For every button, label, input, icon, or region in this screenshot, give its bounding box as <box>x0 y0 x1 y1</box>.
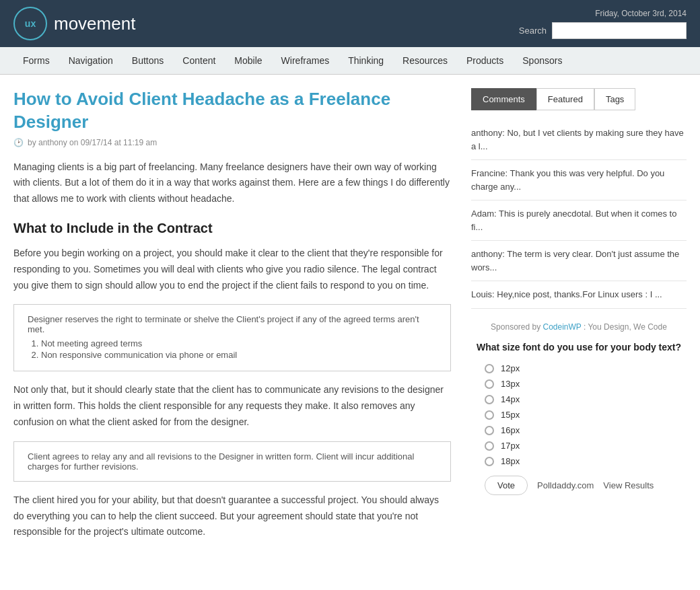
poll-option[interactable]: 12px <box>471 363 687 373</box>
article-meta-text: by anthony on 09/17/14 at 11:19 am <box>28 138 157 147</box>
comment-item: Adam: This is purely anecdotal. But when… <box>471 200 687 241</box>
poll-question: What size font do you use for your body … <box>471 341 687 355</box>
comment-item: anthony: No, but I vet clients by making… <box>471 120 687 160</box>
radio-button[interactable] <box>485 395 494 404</box>
header: ux movement Friday, October 3rd, 2014 Se… <box>0 0 700 47</box>
header-right: Friday, October 3rd, 2014 Search <box>519 9 687 39</box>
main-container: How to Avoid Client Headache as a Freela… <box>0 75 700 564</box>
section-heading: What to Include in the Contract <box>13 221 451 236</box>
section-text-3: The client hired you for your ability, b… <box>13 492 451 540</box>
radio-button[interactable] <box>485 457 494 466</box>
radio-button[interactable] <box>485 426 494 435</box>
nav-item-mobile[interactable]: Mobile <box>225 47 271 74</box>
polldaddy-link[interactable]: Polldaddy.com <box>537 480 594 490</box>
tabs-container: CommentsFeaturedTags <box>471 88 687 110</box>
sponsored-text: Sponsored by <box>491 322 540 332</box>
sidebar: CommentsFeaturedTags anthony: No, but I … <box>471 88 687 551</box>
comment-item: Francine: Thank you this was very helpfu… <box>471 160 687 200</box>
search-area: Search <box>519 22 687 39</box>
poll-option[interactable]: 18px <box>471 456 687 466</box>
poll-actions: Vote Polldaddy.com View Results <box>471 476 687 495</box>
poll-option-label: 14px <box>501 394 520 404</box>
sponsored-link[interactable]: CodeinWP <box>543 322 582 332</box>
poll-option-label: 18px <box>501 456 520 466</box>
search-label: Search <box>519 26 547 36</box>
sponsored-section: Sponsored by CodeinWP : You Design, We C… <box>471 322 687 332</box>
article-meta: 🕑 by anthony on 09/17/14 at 11:19 am <box>13 138 451 147</box>
section-text-2: Not only that, but it should clearly sta… <box>13 382 451 430</box>
poll-option-label: 12px <box>501 363 520 373</box>
view-results-link[interactable]: View Results <box>603 480 654 490</box>
nav-item-forms[interactable]: Forms <box>13 47 59 74</box>
poll-option-label: 17px <box>501 441 520 451</box>
contract1-item2: Non responsive communication via phone o… <box>41 350 437 360</box>
date-display: Friday, October 3rd, 2014 <box>595 9 687 18</box>
article-intro: Managing clients is a big part of freela… <box>13 159 451 207</box>
poll-option[interactable]: 14px <box>471 394 687 404</box>
search-input[interactable] <box>552 22 687 39</box>
radio-button[interactable] <box>485 441 494 451</box>
poll-box: What size font do you use for your body … <box>471 341 687 496</box>
radio-button[interactable] <box>485 410 494 420</box>
contract-box-2: Client agrees to relay any and all revis… <box>13 441 451 482</box>
poll-option[interactable]: 16px <box>471 425 687 435</box>
contract2-text: Client agrees to relay any and all revis… <box>28 451 437 472</box>
tab-tags[interactable]: Tags <box>594 88 635 110</box>
poll-option[interactable]: 17px <box>471 441 687 451</box>
comments-list: anthony: No, but I vet clients by making… <box>471 120 687 309</box>
section-text-1: Before you begin working on a project, y… <box>13 246 451 293</box>
vote-button[interactable]: Vote <box>485 476 528 495</box>
contract1-main: Designer reserves the right to terminate… <box>28 314 437 334</box>
poll-option[interactable]: 13px <box>471 379 687 389</box>
poll-option-label: 16px <box>501 425 520 435</box>
poll-option-label: 13px <box>501 379 520 389</box>
nav-item-resources[interactable]: Resources <box>393 47 457 74</box>
poll-option-label: 15px <box>501 410 520 420</box>
comment-item: anthony: The term is very clear. Don't j… <box>471 241 687 281</box>
tab-featured[interactable]: Featured <box>536 88 594 110</box>
article-title: How to Avoid Client Headache as a Freela… <box>13 88 451 134</box>
logo-icon: ux <box>13 7 47 40</box>
contract-box-1: Designer reserves the right to terminate… <box>13 304 451 371</box>
sponsored-suffix: : You Design, We Code <box>584 322 667 332</box>
radio-button[interactable] <box>485 379 494 389</box>
nav-item-sponsors[interactable]: Sponsors <box>513 47 571 74</box>
tab-comments[interactable]: Comments <box>471 88 536 110</box>
article-content: How to Avoid Client Headache as a Freela… <box>13 88 451 551</box>
nav-item-content[interactable]: Content <box>173 47 225 74</box>
clock-icon: 🕑 <box>13 138 24 147</box>
logo-text: movement <box>54 13 135 34</box>
nav-item-thinking[interactable]: Thinking <box>339 47 393 74</box>
comment-item: Louis: Hey,nice post, thanks.For Linux u… <box>471 281 687 309</box>
logo-area: ux movement <box>13 7 135 40</box>
poll-options: 12px13px14px15px16px17px18px <box>471 363 687 466</box>
contract1-item1: Not meeting agreed terms <box>41 338 437 348</box>
nav-item-navigation[interactable]: Navigation <box>59 47 123 74</box>
poll-option[interactable]: 15px <box>471 410 687 420</box>
radio-button[interactable] <box>485 364 494 373</box>
nav-item-wireframes[interactable]: Wireframes <box>272 47 339 74</box>
nav-item-products[interactable]: Products <box>457 47 513 74</box>
main-nav: FormsNavigationButtonsContentMobileWiref… <box>0 47 700 75</box>
nav-item-buttons[interactable]: Buttons <box>123 47 173 74</box>
